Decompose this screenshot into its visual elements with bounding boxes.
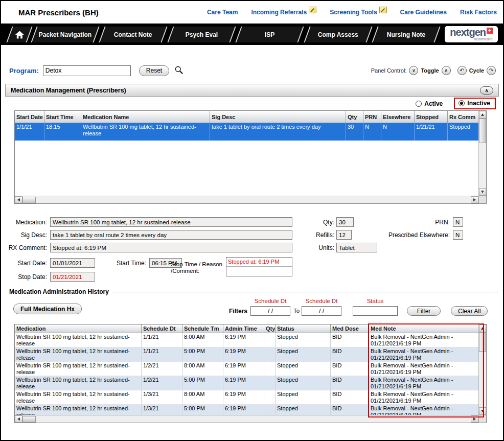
scroll-right-button[interactable] bbox=[471, 196, 478, 203]
filter-button[interactable]: Filter bbox=[407, 306, 441, 316]
cell-qty bbox=[264, 376, 276, 390]
start-date-field[interactable] bbox=[50, 258, 95, 268]
sig-desc-field[interactable] bbox=[50, 230, 292, 240]
reset-button[interactable]: Reset bbox=[139, 65, 169, 76]
col-header-admin-time[interactable]: Admin Time bbox=[223, 324, 264, 333]
section-header: Medication Management (Prescribers) ∧ bbox=[5, 84, 499, 97]
schedule-dt-from-input[interactable] bbox=[250, 306, 290, 316]
admin-row[interactable]: Wellbutrin SR 100 mg tablet, 12 hr susta… bbox=[15, 376, 478, 390]
col-header-prn[interactable]: PRN bbox=[363, 111, 381, 123]
cell-qty bbox=[264, 405, 276, 415]
panel-collapse-button[interactable]: ∨ bbox=[409, 66, 418, 75]
scrollbar-thumb[interactable] bbox=[22, 416, 36, 423]
medication-table: Start Date Start Time Medication Name Si… bbox=[14, 110, 487, 204]
schedule-dt-to-input[interactable] bbox=[302, 306, 341, 316]
note-edit-icon[interactable] bbox=[379, 7, 387, 13]
admin-row[interactable]: Wellbutrin SR 100 mg tablet, 12 hr susta… bbox=[15, 390, 478, 405]
units-field[interactable] bbox=[336, 243, 377, 252]
scroll-up-button[interactable] bbox=[479, 111, 486, 119]
nav-tab-nursing-note[interactable]: Nursing Note bbox=[372, 27, 441, 42]
panel-expand-button[interactable]: ∧ bbox=[442, 66, 451, 75]
scroll-right-button[interactable] bbox=[471, 415, 478, 423]
link-risk-factors[interactable]: Risk Factors bbox=[460, 9, 497, 16]
nav-tab-contact-note[interactable]: Contact Note bbox=[99, 27, 168, 42]
admin-row[interactable]: Wellbutrin SR 100 mg tablet, 12 hr susta… bbox=[15, 347, 478, 362]
scrollbar-thumb[interactable] bbox=[22, 197, 36, 203]
search-icon bbox=[174, 65, 184, 75]
section-collapse-button[interactable]: ∧ bbox=[480, 86, 493, 95]
clear-all-button[interactable]: Clear All bbox=[451, 306, 488, 316]
medication-row-selected[interactable]: 1/1/21 18:15 Wellbutrin SR 100 mg tablet… bbox=[15, 123, 478, 141]
nav-tab-psych-eval[interactable]: Psych Eval bbox=[167, 27, 236, 42]
col-header-status[interactable]: Status bbox=[276, 324, 331, 333]
search-button[interactable] bbox=[174, 65, 184, 76]
scroll-up-button[interactable] bbox=[479, 324, 486, 332]
qty-field[interactable] bbox=[336, 217, 354, 227]
cell-schedule-dt: 1/3/21 bbox=[142, 390, 182, 404]
admin-row[interactable]: Wellbutrin SR 100 mg tablet, 12 hr susta… bbox=[15, 362, 478, 376]
horizontal-scrollbar[interactable] bbox=[15, 415, 486, 423]
col-header-start-time[interactable]: Start Time bbox=[44, 111, 81, 123]
full-medication-hx-button[interactable]: Full Medication Hx bbox=[13, 304, 82, 314]
undo-arrow-icon: ↶ bbox=[460, 68, 464, 73]
home-tab[interactable] bbox=[6, 27, 32, 42]
scrollbar-track[interactable] bbox=[479, 143, 486, 188]
col-header-medication[interactable]: Medication bbox=[15, 324, 142, 333]
vertical-scrollbar[interactable] bbox=[478, 324, 486, 415]
scrollbar-track[interactable] bbox=[479, 352, 486, 407]
radio-inactive[interactable]: Inactive bbox=[459, 100, 490, 107]
scrollbar-corner bbox=[478, 415, 486, 423]
col-header-med-note[interactable]: Med Note bbox=[369, 324, 478, 333]
status-filter-input[interactable] bbox=[353, 306, 398, 316]
horizontal-scrollbar[interactable] bbox=[15, 196, 486, 203]
program-bar: Program: Reset Panel Control: ∨ Toggle ∧… bbox=[1, 64, 503, 77]
nav-tab-isp[interactable]: ISP bbox=[236, 27, 305, 42]
program-input[interactable] bbox=[43, 65, 131, 76]
note-edit-icon[interactable] bbox=[309, 7, 316, 13]
scroll-left-button[interactable] bbox=[15, 415, 22, 423]
col-header-med-dose[interactable]: Med Dose bbox=[331, 324, 369, 333]
admin-row[interactable]: Wellbutrin SR 100 mg tablet, 12 hr susta… bbox=[15, 333, 478, 347]
admin-history-title: Medication Administration History bbox=[9, 288, 109, 295]
col-header-rx-comm[interactable]: Rx Comm bbox=[448, 111, 478, 123]
refills-field[interactable] bbox=[336, 230, 352, 240]
link-screening-tools[interactable]: Screening Tools bbox=[330, 9, 386, 16]
col-header-schedule-tm[interactable]: Schedule Tm bbox=[182, 324, 223, 333]
link-incoming-referrals[interactable]: Incoming Referrals bbox=[251, 9, 316, 16]
scroll-up-icon bbox=[481, 327, 484, 330]
nav-tab-comp-assess[interactable]: Comp Assess bbox=[304, 27, 373, 42]
link-care-team[interactable]: Care Team bbox=[207, 9, 238, 16]
medication-table-header: Start Date Start Time Medication Name Si… bbox=[15, 111, 478, 123]
scroll-down-button[interactable] bbox=[479, 188, 486, 196]
stop-reason-field[interactable]: Stopped at: 6:19 PM bbox=[226, 257, 292, 276]
scroll-up-icon bbox=[481, 113, 484, 116]
medication-field[interactable] bbox=[50, 217, 292, 227]
scroll-left-button[interactable] bbox=[15, 196, 22, 203]
cycle-back-button[interactable]: ↶ bbox=[457, 66, 467, 75]
nav-tab-packet-navigation[interactable]: Packet Navigation bbox=[31, 27, 100, 42]
vertical-scrollbar[interactable] bbox=[478, 111, 486, 196]
col-header-elsewhere[interactable]: Elsewhere bbox=[381, 111, 415, 123]
cycle-forward-button[interactable]: ↷ bbox=[487, 66, 496, 75]
prn-field[interactable] bbox=[453, 217, 463, 227]
radio-unselected-icon bbox=[416, 101, 422, 107]
col-header-medication-name[interactable]: Medication Name bbox=[81, 111, 210, 123]
col-header-qty[interactable]: Qty bbox=[264, 324, 276, 333]
rx-comment-field[interactable] bbox=[50, 243, 292, 252]
scrollbar-thumb[interactable] bbox=[479, 332, 486, 352]
scroll-down-button[interactable] bbox=[479, 407, 486, 415]
admin-row[interactable]: Wellbutrin SR 100 mg tablet, 12 hr susta… bbox=[15, 405, 478, 415]
col-header-start-date[interactable]: Start Date bbox=[15, 111, 44, 123]
scrollbar-thumb[interactable] bbox=[479, 119, 486, 143]
admin-history-table: Medication Schedule Dt Schedule Tm Admin… bbox=[14, 324, 487, 423]
stop-date-field[interactable] bbox=[50, 272, 95, 282]
col-header-qty[interactable]: Qty bbox=[346, 111, 363, 123]
col-header-sig-desc[interactable]: Sig Desc bbox=[210, 111, 346, 123]
col-header-schedule-dt[interactable]: Schedule Dt bbox=[142, 324, 182, 333]
prescribed-elsewhere-field-label: Prescribed Elsewhere: bbox=[377, 231, 450, 239]
prescribed-elsewhere-field[interactable] bbox=[453, 230, 463, 240]
stop-reason-value: Stopped at: 6:19 PM bbox=[226, 258, 292, 267]
radio-active[interactable]: Active bbox=[416, 100, 443, 107]
col-header-stopped[interactable]: Stopped bbox=[415, 111, 448, 123]
link-care-guidelines[interactable]: Care Guidelines bbox=[400, 9, 447, 16]
